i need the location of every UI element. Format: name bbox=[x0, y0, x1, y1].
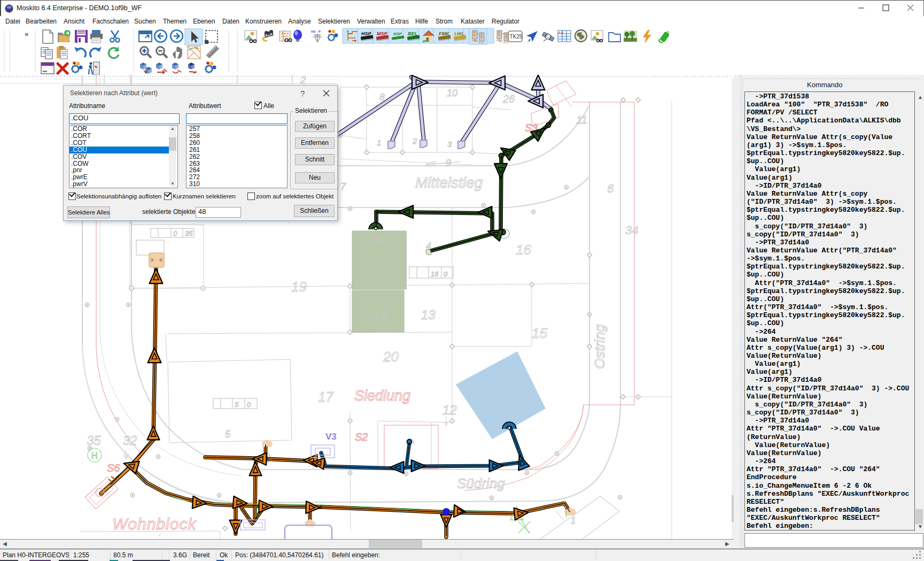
svg-text:V3: V3 bbox=[325, 432, 337, 442]
svg-text:NSP: NSP bbox=[393, 32, 402, 36]
svg-text:26: 26 bbox=[502, 93, 515, 105]
svg-text:Siedlung: Siedlung bbox=[354, 388, 410, 404]
svg-text:9: 9 bbox=[446, 158, 451, 168]
svg-text:12: 12 bbox=[442, 403, 457, 417]
svg-text:Wohnblock: Wohnblock bbox=[112, 515, 197, 533]
svg-text:TK25: TK25 bbox=[510, 34, 523, 40]
svg-text:HSP: HSP bbox=[361, 31, 372, 36]
svg-text:20: 20 bbox=[383, 349, 399, 365]
svg-text:HS - P: HS - P bbox=[311, 30, 321, 33]
svg-text:13: 13 bbox=[421, 308, 436, 322]
svg-text:S2: S2 bbox=[355, 431, 368, 443]
svg-text:6: 6 bbox=[607, 182, 614, 195]
svg-text:MSP: MSP bbox=[377, 31, 388, 36]
svg-text:0: 0 bbox=[247, 401, 251, 409]
svg-text:5: 5 bbox=[235, 401, 239, 409]
svg-text:19: 19 bbox=[291, 279, 307, 295]
svg-text:7: 7 bbox=[340, 181, 346, 192]
svg-text:1: 1 bbox=[377, 138, 381, 147]
svg-text:A B: A B bbox=[558, 31, 563, 34]
svg-text:0: 0 bbox=[173, 229, 177, 237]
svg-text:S6: S6 bbox=[107, 462, 120, 474]
svg-text:2: 2 bbox=[300, 75, 306, 86]
svg-text:FMK: FMK bbox=[439, 31, 450, 36]
svg-text:34: 34 bbox=[625, 224, 638, 237]
svg-text:5: 5 bbox=[225, 429, 231, 440]
svg-text:0: 0 bbox=[444, 270, 448, 278]
svg-text:BEL: BEL bbox=[408, 31, 417, 36]
svg-text:35: 35 bbox=[185, 229, 193, 237]
svg-text:Mittelstieg: Mittelstieg bbox=[415, 174, 483, 191]
svg-text:35: 35 bbox=[87, 433, 101, 448]
svg-text:17: 17 bbox=[318, 389, 334, 405]
svg-text:H: H bbox=[91, 451, 98, 460]
svg-text:Südring: Südring bbox=[457, 475, 505, 491]
svg-text:16: 16 bbox=[516, 242, 531, 258]
svg-text:10: 10 bbox=[447, 88, 457, 98]
svg-text:5: 5 bbox=[376, 235, 382, 246]
svg-text:32: 32 bbox=[123, 433, 137, 448]
svg-text:11: 11 bbox=[576, 114, 587, 126]
svg-text:3: 3 bbox=[447, 140, 452, 149]
svg-text:1: 1 bbox=[571, 516, 576, 525]
svg-text:LWL: LWL bbox=[454, 31, 464, 36]
svg-text:14: 14 bbox=[373, 306, 387, 321]
svg-text:Ostring: Ostring bbox=[592, 324, 608, 369]
svg-text:2: 2 bbox=[412, 136, 417, 145]
svg-text:»: » bbox=[25, 30, 28, 38]
svg-text:16: 16 bbox=[431, 270, 439, 278]
svg-text:15: 15 bbox=[532, 325, 547, 341]
